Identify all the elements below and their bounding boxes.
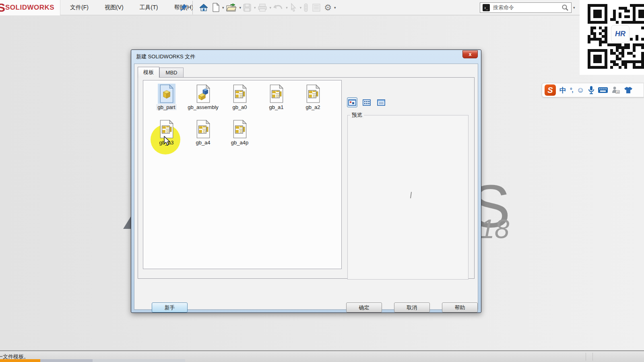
status-separator	[592, 353, 593, 361]
emoji-icon[interactable]: ☺	[577, 86, 584, 95]
template-item-gb-part[interactable]: gb_part	[148, 84, 185, 119]
qr-code-card: HR	[580, 0, 644, 75]
menu-bar: 文件(F) 视图(V) 工具(T) 帮助(H)	[68, 0, 196, 15]
template-label: gb_assembly	[186, 104, 220, 110]
menu-file[interactable]: 文件(F)	[68, 2, 91, 13]
microphone-icon[interactable]	[588, 86, 594, 95]
dialog-body: 模板 MBD gb_part gb_assembly	[134, 64, 478, 310]
dropdown-arrow-icon: ▾	[270, 6, 272, 10]
template-label: gb_a0	[231, 104, 248, 110]
ime-language-mode[interactable]: 中	[559, 86, 566, 95]
new-document-dialog: 新建 SOLIDWORKS 文件 x 模板 MBD gb_part	[131, 49, 481, 313]
template-label: gb_part	[156, 104, 176, 110]
template-label: gb_a2	[304, 104, 321, 110]
toolbox-icon[interactable]: 10	[611, 86, 620, 95]
toolbar-separator	[192, 1, 193, 14]
tab-mbd[interactable]: MBD	[159, 68, 184, 78]
progress-segment-gray1	[40, 359, 93, 362]
search-placeholder: 搜索命令	[493, 4, 561, 11]
preview-group-label: 预览	[350, 111, 364, 119]
dropdown-arrow-icon[interactable]: ▾	[239, 6, 242, 10]
keyboard-icon[interactable]	[598, 87, 608, 93]
template-item-gb-a3[interactable]: gb_a3	[148, 119, 185, 154]
mouse-cursor	[163, 136, 171, 147]
preview-pane	[347, 115, 469, 280]
list-view-button[interactable]	[376, 97, 386, 107]
help-button[interactable]: 帮助	[442, 302, 478, 313]
status-bar: 一文件模板。	[0, 350, 644, 362]
magnifier-icon[interactable]	[561, 4, 569, 11]
small-icon-view-button[interactable]	[361, 97, 372, 107]
template-item-gb-a4p[interactable]: gb_a4p	[221, 119, 258, 154]
solidworks-logo: S SOLIDWORKS	[0, 0, 60, 15]
print-icon	[257, 2, 268, 13]
status-separator	[586, 353, 586, 361]
dialog-title: 新建 SOLIDWORKS 文件	[136, 53, 195, 60]
assembly-template-icon	[194, 84, 212, 104]
top-toolbar: S SOLIDWORKS 文件(F) 视图(V) 工具(T) 帮助(H) ▾ ▾	[0, 0, 644, 15]
drawing-template-icon	[268, 84, 285, 104]
progress-segment-gray2	[93, 359, 185, 362]
template-item-gb-a1[interactable]: gb_a1	[258, 84, 295, 119]
settings-gear-icon[interactable]: ⚙	[323, 3, 332, 12]
template-label: gb_a4	[194, 140, 211, 146]
save-icon	[242, 2, 252, 13]
templates-tab-page: gb_part gb_assembly gb_a0	[138, 77, 475, 279]
template-label: gb_a1	[268, 104, 285, 110]
new-document-icon[interactable]	[211, 2, 221, 13]
view-mode-buttons	[347, 97, 386, 107]
dropdown-arrow-icon: ▾	[286, 6, 288, 10]
logo-s-glyph: S	[0, 1, 4, 14]
dropdown-arrow-icon[interactable]: ▾	[334, 6, 336, 10]
open-folder-icon[interactable]	[225, 2, 238, 13]
dropdown-arrow-icon: ▾	[254, 6, 256, 10]
undo-icon	[272, 2, 284, 13]
svg-text:10: 10	[616, 91, 619, 93]
template-item-gb-assembly[interactable]: gb_assembly	[185, 84, 221, 119]
home-icon[interactable]	[198, 2, 209, 13]
ime-logo-icon[interactable]: S	[545, 84, 556, 96]
drawing-template-icon	[304, 84, 322, 104]
pin-icon[interactable]	[180, 3, 188, 12]
dropdown-arrow-icon[interactable]: ▾	[573, 6, 575, 10]
large-icon-view-button[interactable]	[347, 97, 357, 107]
ime-punctuation-icon[interactable]: °,	[570, 87, 573, 93]
skin-shirt-icon[interactable]	[624, 86, 633, 94]
watermark-number: 18	[480, 214, 509, 244]
template-item-gb-a0[interactable]: gb_a0	[221, 84, 258, 119]
drawing-template-icon	[231, 84, 249, 104]
drawing-template-icon	[231, 119, 249, 139]
dropdown-arrow-icon: ▾	[300, 6, 302, 10]
tab-templates[interactable]: 模板	[138, 67, 159, 78]
template-item-gb-a4[interactable]: gb_a4	[185, 119, 221, 154]
drawing-template-icon	[194, 119, 212, 139]
select-cursor-icon	[289, 2, 298, 13]
cancel-button[interactable]: 取消	[394, 302, 430, 313]
template-label: gb_a4p	[230, 140, 250, 146]
template-item-gb-a2[interactable]: gb_a2	[295, 84, 331, 119]
view-options-icon	[311, 2, 322, 13]
rebuild-icon	[302, 2, 310, 13]
search-prompt-icon: ›_	[483, 4, 490, 11]
close-button[interactable]: x	[462, 50, 478, 58]
command-search[interactable]: ›_ 搜索命令	[480, 2, 572, 13]
novice-button[interactable]: 新手	[152, 302, 188, 313]
menu-tools[interactable]: 工具(T)	[137, 2, 161, 13]
qr-center-logo: HR	[611, 25, 630, 43]
part-template-icon	[158, 84, 175, 104]
template-list: gb_part gb_assembly gb_a0	[143, 80, 342, 269]
quick-toolbar: ▾ ▾ ▾ ▾ ▾ ▾ ⚙ ▾	[197, 0, 336, 15]
caret-artifact	[410, 192, 412, 198]
progress-segment-orange	[0, 359, 40, 362]
ime-toolbar: S 中 °, ☺ 10	[542, 83, 644, 97]
menu-view[interactable]: 视图(V)	[102, 2, 126, 13]
ok-button[interactable]: 确定	[346, 302, 382, 313]
dropdown-arrow-icon[interactable]: ▾	[222, 6, 224, 10]
logo-wordmark: SOLIDWORKS	[5, 4, 54, 12]
